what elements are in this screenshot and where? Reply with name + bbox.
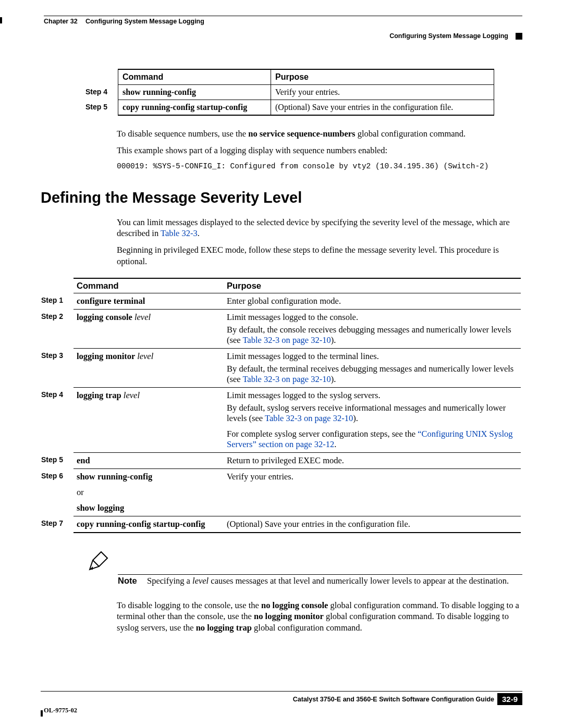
col-command: Command <box>74 278 224 293</box>
svg-line-1 <box>93 560 99 566</box>
note-block: Note Specifying a level causes messages … <box>88 551 522 586</box>
table-row: Step 4 logging trap level Limit messages… <box>41 387 521 402</box>
purpose-cell: Limit messages logged to the console. <box>224 309 521 324</box>
cross-ref-link[interactable]: Table 32-3 on page 32-10 <box>242 374 331 384</box>
table-row: Step 5 end Return to privileged EXEC mod… <box>41 452 521 468</box>
command-cell: logging trap level <box>74 387 224 402</box>
step-label: Step 4 <box>41 387 74 402</box>
table-row: Step 4 show running-config Verify your e… <box>85 85 494 100</box>
purpose-cell: Limit messages logged to the syslog serv… <box>224 387 521 402</box>
page-number-badge: 32-9 <box>497 693 522 705</box>
purpose-cell: Verify your entries. <box>271 85 494 100</box>
command-cell: logging console level <box>74 309 224 324</box>
table-row: By default, the console receives debuggi… <box>41 324 521 349</box>
code-sample: 000019: %SYS-5-CONFIG_I: Configured from… <box>117 162 522 171</box>
col-purpose: Purpose <box>224 278 521 293</box>
chapter-number: Chapter 32 <box>44 18 78 25</box>
step-label: Step 3 <box>41 348 74 363</box>
col-purpose: Purpose <box>271 69 494 85</box>
section-header-right: Configuring System Message Logging <box>389 32 508 40</box>
step-label: Step 5 <box>41 452 74 468</box>
step-label: Step 7 <box>41 516 74 533</box>
table-row: Step 2 logging console level Limit messa… <box>41 309 521 324</box>
command-cell: copy running-config startup-config <box>74 516 224 533</box>
purpose-cell: By default, the terminal receives debugg… <box>224 363 521 388</box>
step-label: Step 1 <box>41 293 74 309</box>
command-cell: configure terminal <box>74 293 224 309</box>
command-table-severity: Command Purpose Step 1 configure termina… <box>41 278 521 533</box>
table-row: show logging <box>41 502 521 516</box>
page-footer: Catalyst 3750-E and 3560-E Switch Softwa… <box>41 691 522 714</box>
table-row: Step 7 copy running-config startup-confi… <box>41 516 521 533</box>
chapter-header: Chapter 32 Configuring System Message Lo… <box>41 18 522 25</box>
command-cell: show running-config <box>118 85 271 100</box>
paragraph-block: To disable logging to the console, use t… <box>117 600 522 634</box>
chapter-title: Configuring System Message Logging <box>85 18 204 25</box>
table-row: or <box>41 483 521 502</box>
command-table-sequence: Command Purpose Step 4 show running-conf… <box>85 69 494 116</box>
step-label: Step 5 <box>85 100 118 116</box>
step-label: Step 2 <box>41 309 74 324</box>
table-row: For complete syslog server configuration… <box>41 428 521 453</box>
purpose-cell: By default, syslog servers receive infor… <box>224 402 521 428</box>
header-marker-icon <box>516 33 522 40</box>
cross-ref-link[interactable]: Table 32-3 <box>161 228 198 238</box>
table-row: Step 5 copy running-config startup-confi… <box>85 100 494 116</box>
footer-doc-id: OL-9775-02 <box>44 707 522 714</box>
note-text: Specifying a level causes messages at th… <box>147 576 509 586</box>
step-label: Step 4 <box>85 85 118 100</box>
purpose-cell: Verify your entries. <box>224 468 521 483</box>
command-inline: no logging console <box>261 600 328 610</box>
command-cell: logging monitor level <box>74 348 224 363</box>
command-cell: show running-config <box>74 468 224 483</box>
cross-ref-link[interactable]: Table 32-3 on page 32-10 <box>242 335 331 345</box>
purpose-cell: (Optional) Save your entries in the conf… <box>271 100 494 116</box>
command-cell: copy running-config startup-config <box>118 100 271 116</box>
note-icon <box>88 551 111 574</box>
note-label: Note <box>118 576 147 586</box>
purpose-cell: For complete syslog server configuration… <box>224 428 521 453</box>
table-row: Step 3 logging monitor level Limit messa… <box>41 348 521 363</box>
col-command: Command <box>118 69 271 85</box>
table-row: By default, syslog servers receive infor… <box>41 402 521 428</box>
purpose-cell: Limit messages logged to the terminal li… <box>224 348 521 363</box>
purpose-cell: Enter global configuration mode. <box>224 293 521 309</box>
command-cell: show logging <box>74 502 224 516</box>
command-inline: no logging trap <box>196 623 252 633</box>
command-cell: or <box>74 483 224 502</box>
command-inline: no logging monitor <box>254 611 324 621</box>
paragraph-block: To disable sequence numbers, use the no … <box>117 128 522 171</box>
cross-ref-link[interactable]: Table 32-3 on page 32-10 <box>265 413 353 423</box>
command-cell: end <box>74 452 224 468</box>
step-label: Step 6 <box>41 468 74 483</box>
paragraph-block: You can limit messages displayed to the … <box>117 217 522 267</box>
purpose-cell: By default, the console receives debuggi… <box>224 324 521 349</box>
command-inline: no service sequence-numbers <box>248 129 355 139</box>
footer-guide-title: Catalyst 3750-E and 3560-E Switch Softwa… <box>41 696 497 703</box>
table-row: By default, the terminal receives debugg… <box>41 363 521 388</box>
section-heading: Defining the Message Severity Level <box>41 189 522 206</box>
table-row: Step 1 configure terminal Enter global c… <box>41 293 521 309</box>
purpose-cell: Return to privileged EXEC mode. <box>224 452 521 468</box>
table-row: Step 6 show running-config Verify your e… <box>41 468 521 483</box>
purpose-cell: (Optional) Save your entries in the conf… <box>224 516 521 533</box>
